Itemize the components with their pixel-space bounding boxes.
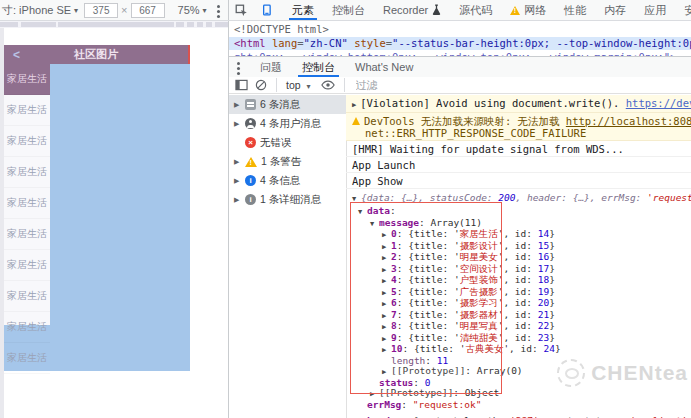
category-list-item[interactable]: 家居生活	[4, 312, 50, 343]
tab-sources[interactable]: 源代码	[450, 0, 501, 20]
expand-arrow[interactable]: ▶	[382, 322, 391, 333]
html-node-selected[interactable]: <html lang="zh-CN" style="--status-bar-h…	[229, 37, 691, 50]
error-icon: ×	[245, 137, 256, 148]
expand-arrow[interactable]: ▶	[234, 177, 241, 185]
tab-label: Recorder	[383, 4, 428, 16]
sidebar-item-warnings[interactable]: ▶ ! 1 条警告	[229, 152, 346, 171]
sourcemap-warning-message[interactable]: DevTools 无法加载来源映射: 无法加载 http://localhost…	[346, 113, 691, 141]
sidebar-item-verbose[interactable]: ▶ i 1 条详细消息	[229, 190, 346, 209]
doctype-node[interactable]: <!DOCTYPE html>	[229, 24, 691, 35]
expand-arrow[interactable]: ▶	[382, 311, 391, 322]
category-list-item[interactable]: 家居生活	[4, 343, 50, 374]
tab-recorder[interactable]: Recorder	[374, 0, 450, 20]
ruler-segment	[21, 22, 56, 27]
sidebar-item-label: 1 条警告	[261, 155, 301, 169]
tab-whats-new[interactable]: What's New	[345, 57, 423, 77]
tab-console[interactable]: 控制台	[323, 0, 374, 20]
attr-value: "--status-bar-height:0px; --top-window-h…	[392, 37, 691, 49]
tab-security[interactable]: 安全	[675, 0, 691, 20]
expand-arrow[interactable]: ▶	[234, 120, 241, 128]
expand-arrow[interactable]: ▶	[382, 265, 391, 276]
zoom-select[interactable]: 75%	[178, 4, 200, 16]
category-list-item[interactable]: 家居生活	[4, 219, 50, 250]
sidebar-item-user-messages[interactable]: ▶ 4 条用户消息	[229, 114, 346, 133]
tab-console-drawer[interactable]: 控制台	[292, 57, 345, 77]
inspect-element-icon[interactable]	[229, 0, 254, 20]
tab-label: What's New	[355, 61, 413, 73]
user-icon	[245, 118, 256, 129]
app-launch-message[interactable]: App Launch	[346, 157, 691, 173]
expand-arrow[interactable]: ▶	[382, 334, 391, 345]
category-list-item[interactable]: 家居生活	[4, 250, 50, 281]
category-list-item[interactable]: 家居生活	[4, 95, 50, 126]
device-toolbar-toggle-icon[interactable]	[254, 0, 279, 20]
tab-issues[interactable]: 问题	[250, 57, 292, 77]
violation-link[interactable]: https://developers.google.com/web/update…	[626, 97, 691, 109]
warning-icon: !	[510, 6, 520, 15]
live-expression-eye-icon[interactable]	[321, 80, 335, 90]
page-title: 社区图片	[4, 47, 188, 62]
category-label: 家居生活	[7, 258, 47, 272]
warning-link[interactable]: http://localhost:8080/static/js/sockjs.j…	[566, 115, 691, 127]
expand-arrow[interactable]: ▶	[382, 299, 391, 310]
category-label: 家居生活	[7, 134, 47, 148]
expand-arrow[interactable]: ▶	[234, 196, 241, 204]
category-label: 家居生活	[7, 289, 47, 303]
expand-arrow[interactable]: ▶	[382, 253, 391, 264]
warning-icon: !	[245, 157, 257, 167]
attr-value: "zh-CN"	[304, 37, 348, 49]
expand-arrow[interactable]: ▶	[382, 230, 391, 241]
collapse-arrow[interactable]: ▼	[358, 207, 367, 218]
tab-network[interactable]: ! 网络	[501, 0, 555, 20]
sidebar-item-info[interactable]: ▶ i 4 条信息	[229, 171, 346, 190]
category-list-item[interactable]: 家居生活	[4, 126, 50, 157]
object-property-errmsg: errMsg: "request:ok"	[352, 400, 691, 411]
warning-line-2: net::ERR_HTTP_RESPONSE_CODE_FAILURE	[352, 127, 690, 139]
logged-object: ▼{data: {…}, statusCode: 200, header: {……	[346, 189, 691, 418]
warning-line-1: DevTools 无法加载来源映射: 无法加载 http://localhost…	[352, 115, 690, 127]
console-filter-input[interactable]	[354, 78, 508, 92]
tab-memory[interactable]: 内存	[595, 0, 635, 20]
sidebar-item-errors[interactable]: × 无错误	[229, 133, 346, 152]
device-select[interactable]: 寸: iPhone SE	[2, 3, 71, 18]
drawer-tab-bar: 问题 控制台 What's New	[229, 56, 691, 78]
category-list-item[interactable]: 家居生活	[4, 188, 50, 219]
sidebar-item-label: 4 条用户消息	[260, 117, 321, 131]
hmr-message[interactable]: [HMR] Waiting for update signal from WDS…	[346, 141, 691, 157]
device-toolbar-menu-icon[interactable]	[217, 4, 220, 17]
ruler-segment	[176, 22, 184, 27]
ruler-segment	[58, 22, 174, 27]
object-preview-line[interactable]: ▼{data: {…}, statusCode: 200, header: {……	[352, 191, 691, 206]
experiment-flask-icon	[432, 4, 441, 17]
expand-arrow[interactable]: ▶	[382, 276, 391, 287]
expand-arrow[interactable]: ▶	[382, 345, 391, 356]
category-list-item[interactable]: 家居生活	[4, 64, 50, 95]
device-width-input[interactable]: 375	[84, 3, 118, 18]
context-selector[interactable]: top ▾	[286, 79, 314, 91]
tab-elements[interactable]: 元素	[283, 0, 323, 20]
category-list-item[interactable]: 家居生活	[4, 157, 50, 188]
drawer-menu-icon[interactable]	[237, 61, 240, 74]
collapse-arrow[interactable]: ▼	[370, 219, 379, 230]
violation-message[interactable]: ▶[Violation] Avoid using document.write(…	[346, 95, 691, 113]
tab-label: 网络	[524, 3, 546, 18]
device-height-input[interactable]: 667	[131, 3, 165, 18]
expand-arrow[interactable]: ▶	[352, 101, 356, 109]
collapse-arrow[interactable]: ▼	[352, 193, 361, 206]
chevron-down-icon: ▾	[74, 6, 78, 15]
tab-performance[interactable]: 性能	[555, 0, 595, 20]
times-separator: ×	[121, 4, 127, 16]
clear-console-icon[interactable]	[255, 79, 267, 91]
expand-arrow[interactable]: ▶	[234, 158, 241, 166]
sidebar-item-label: 1 条详细消息	[260, 193, 321, 207]
app-show-message[interactable]: App Show	[346, 173, 691, 189]
sidebar-item-all-messages[interactable]: ▶ 6 条消息	[229, 95, 346, 114]
category-list-item[interactable]: 家居生活	[4, 281, 50, 312]
tab-application[interactable]: 应用	[635, 0, 675, 20]
device-toolbar: 寸: iPhone SE ▾ 375 × 667 75% ▾	[0, 0, 228, 20]
expand-arrow[interactable]: ▶	[382, 288, 391, 299]
expand-arrow[interactable]: ▶	[382, 242, 391, 253]
ruler-segment	[187, 22, 194, 27]
expand-arrow[interactable]: ▶	[234, 101, 241, 109]
console-sidebar-toggle-icon[interactable]	[235, 79, 248, 91]
